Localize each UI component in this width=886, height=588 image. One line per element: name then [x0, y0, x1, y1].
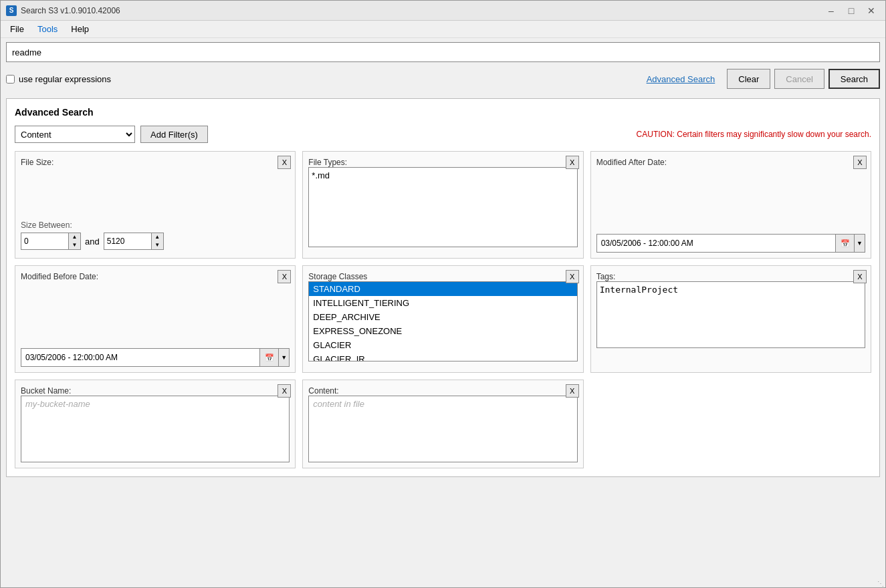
- close-button[interactable]: ✕: [863, 4, 880, 17]
- main-content: Advanced Search Content File Size File T…: [1, 93, 885, 579]
- max-spinner-down[interactable]: ▼: [151, 241, 163, 249]
- content-placeholder: content in file: [313, 399, 364, 409]
- menu-bar: File Tools Help: [1, 21, 885, 38]
- modified-after-spacer: [596, 167, 865, 234]
- min-spinner-up[interactable]: ▲: [68, 233, 80, 241]
- filter-close-modified-before[interactable]: X: [278, 270, 291, 283]
- filter-close-file-size[interactable]: X: [278, 156, 291, 169]
- filters-grid: File Size: X Size Between: ▲ ▼ and: [15, 151, 871, 468]
- storage-item-glacier-ir[interactable]: GLACIER_IR: [309, 352, 576, 361]
- filter-close-file-types[interactable]: X: [566, 156, 579, 169]
- menu-help[interactable]: Help: [64, 22, 96, 36]
- filter-box-content: Content: X content in file: [302, 380, 583, 468]
- modified-before-dropdown-btn[interactable]: ▼: [278, 349, 289, 366]
- filter-box-file-size: File Size: X Size Between: ▲ ▼ and: [15, 151, 296, 259]
- advanced-panel-title: Advanced Search: [15, 107, 871, 118]
- clear-button[interactable]: Clear: [727, 69, 770, 89]
- filter-box-tags: Tags: X InternalProject: [590, 265, 871, 373]
- max-size-wrap: ▲ ▼: [104, 233, 164, 250]
- modified-after-dropdown-btn[interactable]: ▼: [854, 235, 865, 252]
- filter-title-storage-classes: Storage Classes: [308, 272, 367, 281]
- filter-close-tags[interactable]: X: [853, 270, 867, 283]
- regex-label-text: use regular expressions: [19, 74, 111, 84]
- modified-after-date-wrap: 📅 ▼: [596, 234, 865, 253]
- filter-title-modified-after: Modified After Date:: [596, 158, 667, 167]
- filter-title-bucket-name: Bucket Name:: [21, 386, 71, 396]
- search-input[interactable]: [6, 42, 880, 62]
- size-controls: ▲ ▼ and ▲ ▼: [21, 233, 290, 250]
- search-controls: use regular expressions Advanced Search …: [1, 66, 885, 93]
- min-size-input[interactable]: [21, 233, 68, 249]
- filter-title-file-size: File Size:: [21, 158, 53, 167]
- menu-file[interactable]: File: [3, 22, 31, 36]
- max-spinner-up[interactable]: ▲: [151, 233, 163, 241]
- modified-after-calendar-btn[interactable]: 📅: [835, 235, 854, 252]
- filter-close-content[interactable]: X: [566, 384, 579, 398]
- and-label: and: [85, 237, 100, 247]
- file-size-spacer: [21, 167, 290, 220]
- search-bar-area: [1, 38, 885, 66]
- size-between-label: Size Between:: [21, 220, 290, 230]
- search-button[interactable]: Search: [828, 69, 880, 89]
- filter-close-bucket-name[interactable]: X: [278, 384, 291, 398]
- min-spinner: ▲ ▼: [68, 233, 80, 249]
- bucket-name-content: my-bucket-name: [21, 396, 290, 462]
- modified-before-date-input[interactable]: [21, 349, 259, 366]
- max-size-input[interactable]: [104, 233, 151, 249]
- window-controls: – □ ✕: [822, 4, 880, 17]
- min-spinner-down[interactable]: ▼: [68, 241, 80, 249]
- regex-checkbox-label[interactable]: use regular expressions: [6, 74, 647, 84]
- resize-icon: ⋱: [877, 580, 884, 587]
- app-icon: S: [6, 5, 17, 16]
- max-spinner: ▲ ▼: [151, 233, 163, 249]
- maximize-button[interactable]: □: [843, 4, 860, 17]
- filter-box-storage-classes: Storage Classes X STANDARD INTELLIGENT_T…: [302, 265, 583, 373]
- title-bar: S Search S3 v1.0.9010.42006 – □ ✕: [1, 1, 885, 21]
- storage-item-express-onezone[interactable]: EXPRESS_ONEZONE: [309, 324, 576, 338]
- modified-before-calendar-btn[interactable]: 📅: [259, 349, 278, 366]
- filter-box-modified-after: Modified After Date: X 📅 ▼: [590, 151, 871, 259]
- menu-tools[interactable]: Tools: [31, 22, 64, 36]
- storage-item-glacier[interactable]: GLACIER: [309, 338, 576, 352]
- filter-box-bucket-name: Bucket Name: X my-bucket-name: [15, 380, 296, 468]
- storage-item-standard[interactable]: STANDARD: [309, 282, 576, 296]
- cancel-button[interactable]: Cancel: [774, 69, 824, 89]
- tags-input[interactable]: InternalProject: [596, 281, 865, 348]
- advanced-panel: Advanced Search Content File Size File T…: [6, 98, 880, 477]
- toolbar-left: Content File Size File Types Modified Af…: [15, 126, 208, 143]
- filter-title-file-types: File Types:: [308, 158, 347, 167]
- advanced-search-link[interactable]: Advanced Search: [647, 74, 715, 84]
- storage-item-deep-archive[interactable]: DEEP_ARCHIVE: [309, 310, 576, 324]
- modified-before-spacer: [21, 281, 290, 348]
- title-bar-text: Search S3 v1.0.9010.42006: [21, 6, 822, 15]
- filter-title-content: Content:: [308, 386, 338, 396]
- modified-before-date-wrap: 📅 ▼: [21, 348, 290, 367]
- content-input-content: content in file: [308, 396, 577, 462]
- storage-classes-list[interactable]: STANDARD INTELLIGENT_TIERING DEEP_ARCHIV…: [308, 281, 577, 361]
- bucket-name-placeholder: my-bucket-name: [25, 399, 90, 409]
- storage-item-intelligent-tiering[interactable]: INTELLIGENT_TIERING: [309, 296, 576, 310]
- modified-after-date-input[interactable]: [597, 235, 835, 252]
- file-type-item: *.md: [312, 170, 574, 180]
- caution-text: CAUTION: Certain filters may significant…: [637, 130, 871, 139]
- panel-toolbar: Content File Size File Types Modified Af…: [15, 126, 871, 143]
- filter-close-storage-classes[interactable]: X: [566, 270, 579, 283]
- filter-box-modified-before: Modified Before Date: X 📅 ▼: [15, 265, 296, 373]
- minimize-button[interactable]: –: [822, 4, 840, 17]
- add-filter-button[interactable]: Add Filter(s): [140, 126, 208, 143]
- resize-handle[interactable]: ⋱: [1, 579, 885, 587]
- regex-checkbox[interactable]: [6, 75, 15, 84]
- filter-type-select[interactable]: Content File Size File Types Modified Af…: [15, 126, 135, 143]
- filter-title-modified-before: Modified Before Date:: [21, 272, 98, 281]
- main-window: S Search S3 v1.0.9010.42006 – □ ✕ File T…: [0, 0, 886, 588]
- min-size-wrap: ▲ ▼: [21, 233, 81, 250]
- filter-title-tags: Tags:: [596, 272, 616, 281]
- filter-box-file-types: File Types: X *.md: [302, 151, 583, 259]
- file-types-list[interactable]: *.md: [308, 167, 577, 247]
- filter-close-modified-after[interactable]: X: [853, 156, 867, 169]
